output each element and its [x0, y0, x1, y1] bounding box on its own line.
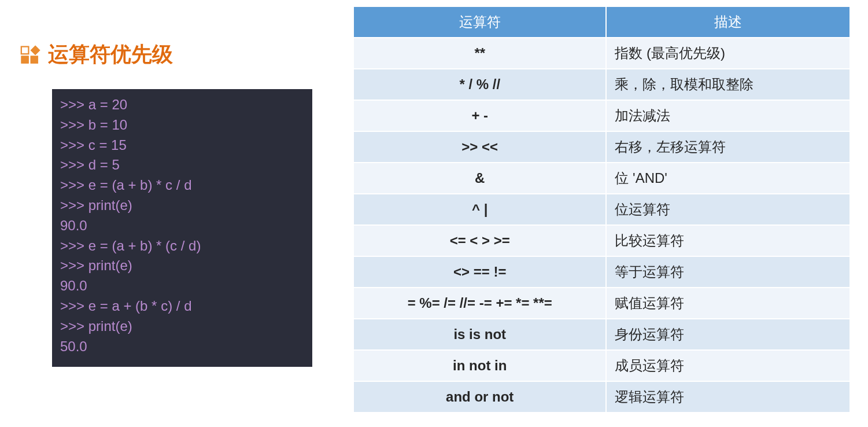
- table-header-description: 描述: [606, 6, 850, 38]
- operator-cell: >> <<: [353, 131, 606, 163]
- page-title: 运算符优先级: [48, 41, 173, 69]
- description-cell: 指数 (最高优先级): [606, 38, 850, 69]
- table-row: <= < > >=比较运算符: [353, 225, 850, 256]
- operator-cell: &: [353, 163, 606, 194]
- operator-cell: in not in: [353, 350, 606, 381]
- shapes-bullet-icon: [20, 45, 41, 65]
- table-row: is is not身份运算符: [353, 319, 850, 350]
- svg-rect-0: [21, 46, 29, 54]
- table-row: = %= /= //= -= += *= **=赋值运算符: [353, 288, 850, 319]
- description-cell: 成员运算符: [606, 350, 850, 381]
- table-row: + -加法减法: [353, 100, 850, 131]
- svg-rect-3: [31, 56, 38, 63]
- svg-marker-1: [31, 45, 40, 54]
- operator-cell: <= < > >=: [353, 225, 606, 256]
- table-row: in not in成员运算符: [353, 350, 850, 381]
- operator-cell: <> == !=: [353, 256, 606, 288]
- table-row: **指数 (最高优先级): [353, 38, 850, 69]
- operator-precedence-table: 运算符 描述 **指数 (最高优先级)* / % //乘，除，取模和取整除+ -…: [353, 6, 851, 413]
- table-row: ^ |位运算符: [353, 194, 850, 225]
- description-cell: 位运算符: [606, 194, 850, 225]
- left-column: 运算符优先级 >>> a = 20 >>> b = 10 >>> c = 15 …: [12, 6, 324, 421]
- description-cell: 等于运算符: [606, 256, 850, 288]
- table-row: and or not逻辑运算符: [353, 381, 850, 413]
- description-cell: 逻辑运算符: [606, 381, 850, 413]
- operator-cell: + -: [353, 100, 606, 131]
- table-header-operator: 运算符: [353, 6, 606, 38]
- operator-cell: and or not: [353, 381, 606, 413]
- operator-cell: **: [353, 38, 606, 69]
- description-cell: 赋值运算符: [606, 288, 850, 319]
- operator-cell: is is not: [353, 319, 606, 350]
- description-cell: 身份运算符: [606, 319, 850, 350]
- right-column: 运算符 描述 **指数 (最高优先级)* / % //乘，除，取模和取整除+ -…: [353, 6, 856, 421]
- description-cell: 加法减法: [606, 100, 850, 131]
- table-row: <> == !=等于运算符: [353, 256, 850, 288]
- table-row: &位 'AND': [353, 163, 850, 194]
- table-header-row: 运算符 描述: [353, 6, 850, 38]
- description-cell: 右移，左移运算符: [606, 131, 850, 163]
- table-row: >> <<右移，左移运算符: [353, 131, 850, 163]
- code-block: >>> a = 20 >>> b = 10 >>> c = 15 >>> d =…: [52, 89, 312, 367]
- svg-rect-2: [21, 56, 29, 63]
- description-cell: 乘，除，取模和取整除: [606, 69, 850, 100]
- description-cell: 比较运算符: [606, 225, 850, 256]
- table-row: * / % //乘，除，取模和取整除: [353, 69, 850, 100]
- operator-cell: * / % //: [353, 69, 606, 100]
- operator-cell: = %= /= //= -= += *= **=: [353, 288, 606, 319]
- description-cell: 位 'AND': [606, 163, 850, 194]
- title-row: 运算符优先级: [20, 41, 324, 69]
- operator-cell: ^ |: [353, 194, 606, 225]
